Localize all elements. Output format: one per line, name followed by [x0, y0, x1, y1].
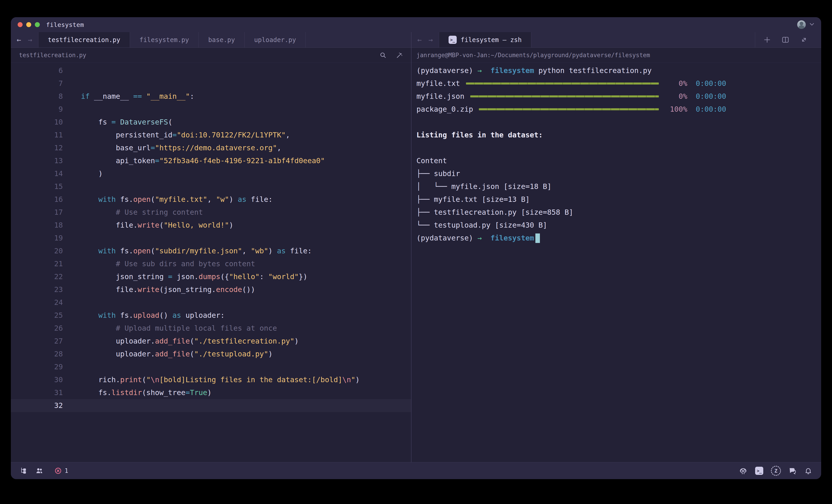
expand-pane-button[interactable]	[800, 36, 808, 44]
line-number: 16	[11, 193, 63, 206]
code-line: 22 json_string = json.dumps({"hello": "w…	[11, 270, 411, 283]
chat-icon[interactable]	[788, 467, 797, 475]
code-line: 21 # Use sub dirs and bytes content	[11, 258, 411, 270]
code-text: # Use sub dirs and bytes content	[63, 258, 255, 270]
right-nav-buttons: ← →	[412, 32, 439, 48]
diagnostics-indicator[interactable]: 1	[54, 467, 68, 475]
new-tab-button[interactable]	[763, 36, 771, 44]
title-bar: filesystem	[11, 17, 821, 32]
tab-filesystem.py[interactable]: filesystem.py	[130, 32, 199, 48]
line-number: 12	[11, 141, 63, 154]
terminal-output[interactable]: (pydataverse) → filesystem python testfi…	[412, 63, 821, 462]
screen: filesystem ← → testfilecreation.pyfilesy…	[0, 0, 832, 504]
code-text: fs.listdir(show_tree=True)	[63, 386, 212, 399]
zed-ai-icon[interactable]: Z	[771, 466, 781, 476]
close-window-button[interactable]	[18, 22, 23, 27]
code-text: file.write("Hello, world!")	[63, 219, 233, 232]
code-text: fs = DataverseFS(	[63, 116, 173, 129]
line-number: 25	[11, 309, 63, 322]
file-tree-line: ├── subdir	[416, 167, 821, 180]
terminal-prompt-line: (pydataverse) → filesystem	[416, 232, 821, 244]
zoom-window-button[interactable]	[35, 22, 40, 27]
code-text: base_url="https://demo.dataverse.org",	[63, 141, 281, 154]
window-title: filesystem	[46, 21, 84, 28]
code-line: 16 with fs.open("myfile.txt", "w") as fi…	[11, 193, 411, 206]
terminal-panel-icon[interactable]: >_	[755, 467, 763, 475]
chevron-down-icon[interactable]	[809, 21, 815, 28]
upload-progress-row: myfile.json0%0:00:00	[416, 90, 726, 103]
code-text	[63, 103, 81, 116]
terminal-pane: janrange@MBP-von-Jan:~/Documents/playgro…	[412, 48, 821, 462]
copilot-icon[interactable]	[739, 467, 748, 475]
terminal-icon: >_	[448, 36, 457, 44]
code-text: # Use string content	[63, 206, 203, 219]
editor-pane: testfilecreation.py 678if __name__ == "_…	[11, 48, 412, 462]
progress-percent: 0%	[665, 77, 687, 90]
progress-time: 0:00:00	[687, 77, 726, 90]
app-window: filesystem ← → testfilecreation.pyfilesy…	[11, 17, 821, 479]
right-pane-tabs: ← → >_ filesystem — zsh	[412, 32, 821, 48]
breadcrumb[interactable]: testfilecreation.py	[19, 52, 86, 58]
code-text: )	[63, 167, 103, 180]
terminal-path: janrange@MBP-von-Jan:~/Documents/playgro…	[416, 52, 650, 58]
line-number: 8	[11, 90, 63, 103]
line-number: 17	[11, 206, 63, 219]
bell-icon[interactable]	[804, 467, 812, 475]
collaboration-icon[interactable]	[35, 467, 44, 475]
code-line: 10 fs = DataverseFS(	[11, 116, 411, 129]
back-icon[interactable]: ←	[17, 36, 21, 44]
code-text	[63, 77, 81, 90]
code-text	[63, 361, 81, 373]
progress-percent: 100%	[665, 103, 687, 116]
line-number: 22	[11, 270, 63, 283]
tab-label: uploader.py	[254, 36, 296, 44]
traffic-lights	[18, 22, 40, 27]
pane-actions	[755, 32, 821, 48]
code-text	[63, 64, 81, 77]
prompt-arrow-icon: →	[477, 64, 482, 77]
progress-percent: 0%	[665, 90, 687, 103]
tab-testfilecreation.py[interactable]: testfilecreation.py	[38, 32, 130, 48]
minimize-window-button[interactable]	[26, 22, 31, 27]
line-number: 31	[11, 386, 63, 399]
progress-bar	[470, 96, 659, 98]
user-avatar[interactable]	[797, 20, 806, 29]
progress-file-name: myfile.json	[416, 90, 464, 103]
line-number: 19	[11, 232, 63, 244]
tab-terminal[interactable]: >_ filesystem — zsh	[439, 32, 531, 48]
code-line: 24	[11, 296, 411, 309]
left-pane-tabs: ← → testfilecreation.pyfilesystem.pybase…	[11, 32, 412, 48]
tab-label: filesystem — zsh	[461, 36, 522, 44]
line-number: 13	[11, 154, 63, 167]
progress-bar	[479, 108, 659, 110]
tab-base.py[interactable]: base.py	[199, 32, 244, 48]
terminal-command-line: (pydataverse) → filesystem python testfi…	[416, 64, 821, 77]
terminal-cursor	[536, 234, 540, 243]
back-icon[interactable]: ←	[417, 36, 422, 44]
line-number: 27	[11, 335, 63, 348]
progress-time: 0:00:00	[687, 103, 726, 116]
code-text: api_token="52fb3a46-f4eb-4196-9221-a1bf4…	[63, 154, 325, 167]
line-number: 18	[11, 219, 63, 232]
upload-progress-row: myfile.txt0%0:00:00	[416, 77, 726, 90]
code-text: if __name__ == "__main__":	[63, 90, 194, 103]
line-number: 14	[11, 167, 63, 180]
code-editor[interactable]: 678if __name__ == "__main__":910 fs = Da…	[11, 63, 411, 462]
forward-icon[interactable]: →	[428, 36, 433, 44]
terminal-blank-line	[416, 116, 821, 129]
code-line: 12 base_url="https://demo.dataverse.org"…	[11, 141, 411, 154]
project-panel-icon[interactable]	[20, 467, 28, 475]
code-text	[63, 180, 81, 193]
tab-label: filesystem.py	[139, 36, 189, 44]
search-icon[interactable]	[380, 52, 387, 59]
line-number: 11	[11, 129, 63, 141]
code-text: rich.print("\n[bold]Listing files in the…	[63, 373, 360, 386]
code-text: with fs.open("subdir/myfile.json", "wb")…	[63, 244, 312, 258]
split-pane-button[interactable]	[781, 36, 789, 44]
line-number: 28	[11, 348, 63, 361]
code-line: 28 uploader.add_file("./testupload.py")	[11, 348, 411, 361]
forward-icon[interactable]: →	[28, 36, 32, 44]
code-line: 13 api_token="52fb3a46-f4eb-4196-9221-a1…	[11, 154, 411, 167]
magic-wand-icon[interactable]	[396, 52, 403, 59]
tab-uploader.py[interactable]: uploader.py	[244, 32, 306, 48]
